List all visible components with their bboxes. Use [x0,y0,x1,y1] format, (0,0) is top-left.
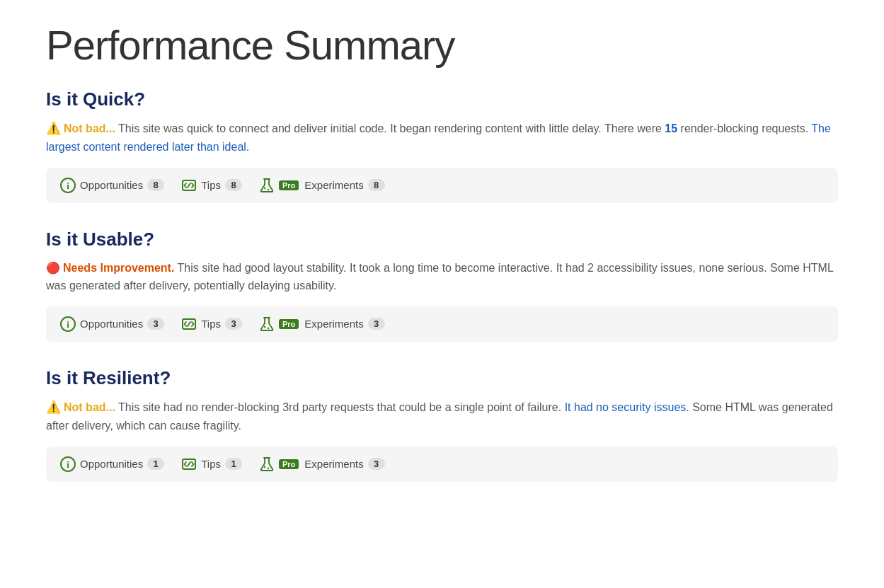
pill-count-experiments: 8 [368,179,385,191]
section-body-usable: 🔴Needs Improvement. This site had good l… [46,259,838,295]
section-body-quick: ⚠️Not bad... This site was quick to conn… [46,119,838,156]
pill-icon-opportunities: i [60,316,76,332]
pill-count-tips: 1 [225,458,242,470]
svg-text:i: i [67,180,69,191]
pill-label-experiments: Experiments [304,179,363,191]
pill-label-tips: Tips [201,179,221,191]
pill-icon-experiments [259,316,275,332]
status-icon-resilient: ⚠️ [46,398,61,417]
pill-count-experiments: 3 [368,458,385,470]
svg-text:i: i [67,459,69,470]
pill-label-experiments: Experiments [304,458,363,470]
section-resilient: Is it Resilient?⚠️Not bad... This site h… [46,367,838,482]
pill-icon-experiments [259,456,275,472]
pill-icon-tips [181,178,197,193]
svg-point-13 [268,328,269,329]
pill-label-experiments: Experiments [304,318,363,330]
svg-line-3 [188,183,190,188]
pill-opportunities-resilient[interactable]: i Opportunities1 [60,456,164,472]
svg-point-20 [268,468,269,469]
pill-label-opportunities: Opportunities [80,458,143,470]
pro-badge: Pro [279,319,299,329]
svg-point-6 [268,189,269,190]
svg-line-10 [188,322,190,326]
status-label-usable: Needs Improvement. [63,262,174,274]
section-body-resilient: ⚠️Not bad... This site had no render-blo… [46,398,838,435]
body-link-quick[interactable]: The largest content rendered later than … [46,122,831,153]
svg-text:i: i [67,319,69,330]
pill-label-opportunities: Opportunities [80,179,143,191]
pill-experiments-quick[interactable]: ProExperiments8 [259,178,385,193]
section-usable: Is it Usable?🔴Needs Improvement. This si… [46,229,838,342]
pill-tips-resilient[interactable]: Tips1 [181,456,242,472]
pro-badge: Pro [279,180,299,190]
pill-experiments-resilient[interactable]: ProExperiments3 [259,456,385,472]
pills-bar-resilient: i Opportunities1 Tips1 ProExperiments3 [46,446,838,482]
svg-line-17 [188,462,190,466]
pills-bar-quick: i Opportunities8 Tips8 ProExperiments8 [46,168,838,203]
pill-label-tips: Tips [201,458,221,470]
status-label-resilient: Not bad... [64,401,115,413]
pill-count-opportunities: 8 [147,179,164,191]
pill-experiments-usable[interactable]: ProExperiments3 [259,316,385,332]
pill-icon-tips [181,456,197,472]
highlight-number-quick: 15 [665,122,677,134]
section-title-quick: Is it Quick? [46,88,838,110]
pill-icon-opportunities: i [60,178,76,193]
pill-tips-usable[interactable]: Tips3 [181,316,242,332]
section-quick: Is it Quick?⚠️Not bad... This site was q… [46,88,838,203]
pill-opportunities-quick[interactable]: i Opportunities8 [60,178,164,193]
pill-opportunities-usable[interactable]: i Opportunities3 [60,316,164,332]
pill-tips-quick[interactable]: Tips8 [181,178,242,193]
pill-count-tips: 3 [225,318,242,330]
pill-count-opportunities: 1 [147,458,164,470]
pill-label-opportunities: Opportunities [80,318,143,330]
section-title-resilient: Is it Resilient? [46,367,838,389]
pro-badge: Pro [279,459,299,469]
body-link-resilient[interactable]: It had no security issues. [565,401,689,413]
pill-icon-opportunities: i [60,456,76,472]
pills-bar-usable: i Opportunities3 Tips3 ProExperiments3 [46,306,838,342]
pill-count-opportunities: 3 [147,318,164,330]
pill-count-experiments: 3 [368,318,385,330]
status-icon-quick: ⚠️ [46,119,61,138]
pill-count-tips: 8 [225,179,242,191]
status-label-quick: Not bad... [64,122,115,134]
section-title-usable: Is it Usable? [46,229,838,250]
pill-icon-experiments [259,178,275,193]
pill-label-tips: Tips [201,318,221,330]
svg-point-5 [264,188,265,189]
pill-icon-tips [181,316,197,332]
svg-point-19 [264,466,265,468]
status-icon-usable: 🔴 [46,259,60,277]
svg-point-12 [264,326,265,328]
page-title: Performance Summary [46,21,838,69]
